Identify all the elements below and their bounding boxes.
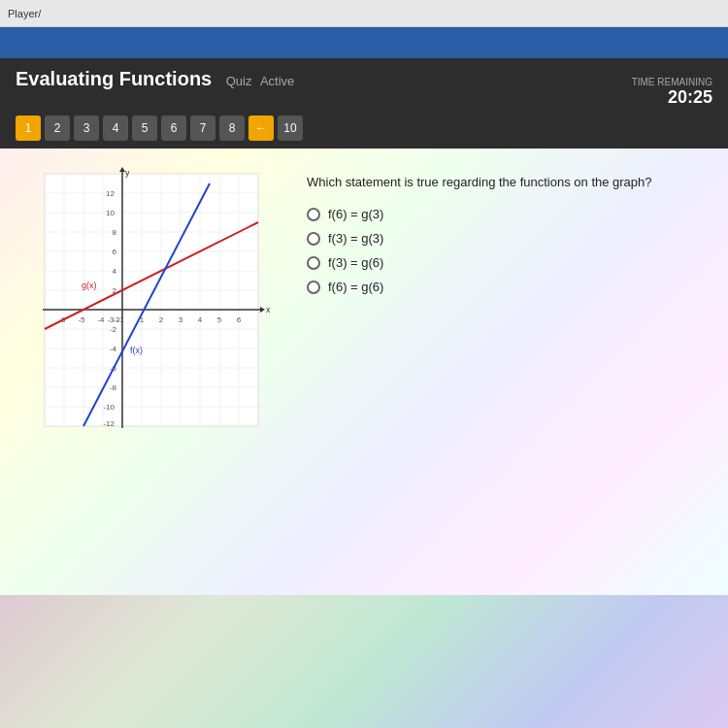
svg-text:12: 12 — [106, 189, 115, 198]
content-area: -6 -5 -4 -3 -2 -1 1 2 3 4 5 6 x 12 10 8 … — [0, 149, 728, 595]
svg-marker-29 — [260, 307, 265, 313]
svg-text:y: y — [125, 168, 130, 178]
nav-btn-7[interactable]: 7 — [190, 116, 215, 141]
spacer-rainbow — [0, 595, 728, 728]
svg-text:5: 5 — [217, 315, 222, 324]
option-row-4[interactable]: f(6) = g(6) — [307, 280, 712, 294]
timer-section: TIME REMAINING 20:25 — [632, 77, 712, 108]
option-label-2: f(3) = g(3) — [328, 231, 383, 246]
svg-text:6: 6 — [237, 315, 242, 324]
browser-bar: Player/ — [0, 0, 728, 27]
nav-btn-back[interactable]: ← — [248, 116, 274, 141]
option-row-2[interactable]: f(3) = g(3) — [307, 231, 712, 246]
option-label-3: f(3) = g(6) — [328, 255, 383, 270]
radio-option-3[interactable] — [307, 256, 320, 270]
svg-text:-12: -12 — [103, 419, 115, 428]
nav-btn-5[interactable]: 5 — [132, 116, 157, 141]
nav-btn-6[interactable]: 6 — [161, 116, 186, 141]
svg-text:4: 4 — [198, 315, 203, 324]
svg-text:-1: -1 — [116, 315, 124, 324]
radio-option-1[interactable] — [307, 208, 320, 221]
gx-label: g(x) — [82, 281, 97, 290]
question-area: Which statement is true regarding the fu… — [307, 164, 712, 579]
coordinate-graph: -6 -5 -4 -3 -2 -1 1 2 3 4 5 6 x 12 10 8 … — [16, 164, 278, 455]
nav-btn-8[interactable]: 8 — [219, 116, 245, 141]
option-row-3[interactable]: f(3) = g(6) — [307, 255, 712, 270]
radio-option-2[interactable] — [307, 232, 320, 246]
graph-area: -6 -5 -4 -3 -2 -1 1 2 3 4 5 6 x 12 10 8 … — [16, 164, 287, 579]
time-remain-label: TIME REMAINING — [632, 77, 712, 87]
nav-btn-4[interactable]: 4 — [103, 116, 128, 141]
blue-nav-bar — [0, 27, 728, 58]
radio-option-4[interactable] — [307, 281, 320, 294]
nav-btn-2[interactable]: 2 — [45, 116, 70, 141]
time-value: 20:25 — [632, 87, 712, 108]
svg-text:-4: -4 — [97, 315, 105, 324]
active-label: Active — [260, 74, 294, 88]
svg-rect-0 — [45, 174, 258, 426]
svg-text:6: 6 — [113, 248, 117, 256]
svg-text:-2: -2 — [110, 325, 117, 334]
svg-text:-4: -4 — [110, 345, 117, 353]
browser-url: Player/ — [8, 8, 41, 19]
page-title: Evaluating Functions — [16, 68, 212, 89]
svg-text:x: x — [266, 305, 271, 314]
dark-header: Evaluating Functions Quiz Active TIME RE… — [0, 58, 728, 149]
svg-text:-8: -8 — [110, 383, 117, 392]
option-label-1: f(6) = g(3) — [328, 207, 383, 221]
svg-text:3: 3 — [179, 315, 183, 324]
svg-text:10: 10 — [106, 209, 115, 217]
svg-text:-10: -10 — [103, 403, 115, 412]
svg-text:-5: -5 — [78, 315, 85, 324]
option-label-4: f(6) = g(6) — [328, 280, 383, 294]
svg-text:2: 2 — [159, 315, 164, 324]
nav-btn-1[interactable]: 1 — [16, 116, 41, 141]
question-nav: 1 2 3 4 5 6 7 8 ← 10 — [16, 108, 712, 149]
quiz-label: Quiz — [226, 74, 252, 88]
question-text: Which statement is true regarding the fu… — [307, 174, 712, 191]
fx-label: f(x) — [130, 346, 143, 355]
svg-text:8: 8 — [113, 228, 117, 237]
svg-text:4: 4 — [113, 267, 117, 276]
option-row-1[interactable]: f(6) = g(3) — [307, 207, 712, 221]
nav-btn-3[interactable]: 3 — [74, 116, 99, 141]
nav-btn-10[interactable]: 10 — [278, 116, 303, 141]
